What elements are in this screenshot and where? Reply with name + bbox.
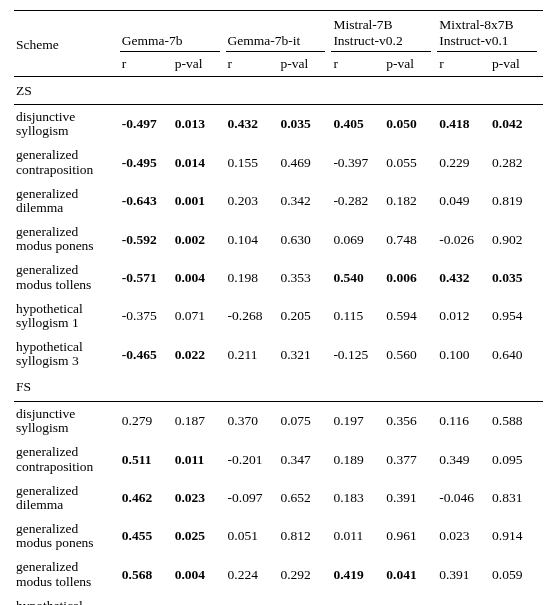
value-cell: 0.455: [120, 517, 173, 555]
value-cell: 0.282: [490, 143, 543, 181]
value-cell: -0.495: [120, 143, 173, 181]
row-label: generalized contraposition: [14, 143, 120, 181]
value-cell: 0.042: [490, 105, 543, 144]
value-cell: 0.013: [173, 105, 226, 144]
value-cell: 0.203: [226, 182, 279, 220]
col-scheme: Scheme: [14, 11, 120, 77]
value-cell: 0.418: [437, 105, 490, 144]
table-row: hypothetical syllogism 10.4200.041-0.314…: [14, 594, 543, 605]
value-cell: 0.035: [490, 258, 543, 296]
value-cell: 0.793: [384, 594, 437, 605]
subcol-r: r: [120, 52, 173, 76]
value-cell: 0.182: [384, 182, 437, 220]
value-cell: 0.135: [278, 594, 331, 605]
value-cell: 0.419: [331, 555, 384, 593]
value-cell: 0.104: [226, 220, 279, 258]
value-cell: 0.594: [384, 297, 437, 335]
value-cell: 0.914: [490, 517, 543, 555]
subcol-p: p-val: [490, 52, 543, 76]
value-cell: 0.652: [278, 479, 331, 517]
value-cell: 0.051: [226, 517, 279, 555]
results-table: Scheme Gemma-7b Gemma-7b-it Mistral-7B I…: [14, 10, 543, 605]
value-cell: 0.420: [120, 594, 173, 605]
subcol-p: p-val: [278, 52, 331, 76]
table-row: hypothetical syllogism 3-0.4650.0220.211…: [14, 335, 543, 373]
subcol-p: p-val: [173, 52, 226, 76]
section-label: ZS: [14, 76, 543, 105]
value-cell: 0.432: [226, 105, 279, 144]
section-label: FS: [14, 373, 543, 401]
value-cell: 0.954: [490, 297, 543, 335]
row-label: generalized modus ponens: [14, 517, 120, 555]
row-label: hypothetical syllogism 1: [14, 594, 120, 605]
row-label: generalized dilemma: [14, 182, 120, 220]
subcol-r: r: [226, 52, 279, 76]
value-cell: 0.511: [120, 440, 173, 478]
table-body: ZSdisjunctive syllogism-0.4970.0130.4320…: [14, 76, 543, 605]
value-cell: -0.046: [437, 479, 490, 517]
value-cell: 0.001: [173, 182, 226, 220]
col-model-1: Gemma-7b-it: [226, 11, 332, 53]
value-cell: 0.041: [384, 555, 437, 593]
table-row: generalized modus tollens0.5680.0040.224…: [14, 555, 543, 593]
value-cell: 0.197: [331, 401, 384, 440]
value-cell: 0.025: [173, 517, 226, 555]
value-cell: 0.902: [490, 594, 543, 605]
value-cell: 0.405: [331, 105, 384, 144]
row-label: hypothetical syllogism 1: [14, 297, 120, 335]
row-label: generalized modus ponens: [14, 220, 120, 258]
value-cell: 0.961: [384, 517, 437, 555]
value-cell: -0.268: [226, 297, 279, 335]
table-row: generalized modus ponens0.4550.0250.0510…: [14, 517, 543, 555]
value-cell: 0.469: [278, 143, 331, 181]
value-cell: 0.902: [490, 220, 543, 258]
table-row: generalized contraposition-0.4950.0140.1…: [14, 143, 543, 181]
value-cell: 0.187: [173, 401, 226, 440]
value-cell: 0.224: [226, 555, 279, 593]
value-cell: 0.353: [278, 258, 331, 296]
value-cell: 0.002: [173, 220, 226, 258]
value-cell: 0.049: [437, 182, 490, 220]
value-cell: 0.071: [173, 297, 226, 335]
value-cell: 0.022: [173, 335, 226, 373]
value-cell: 0.831: [490, 479, 543, 517]
value-cell: 0.205: [278, 297, 331, 335]
value-cell: -0.465: [120, 335, 173, 373]
value-cell: 0.292: [278, 555, 331, 593]
value-cell: 0.347: [278, 440, 331, 478]
col-model-0: Gemma-7b: [120, 11, 226, 53]
value-cell: 0.748: [384, 220, 437, 258]
value-cell: 0.279: [120, 401, 173, 440]
value-cell: 0.819: [490, 182, 543, 220]
value-cell: 0.004: [173, 258, 226, 296]
value-cell: -0.397: [331, 143, 384, 181]
value-cell: -0.097: [226, 479, 279, 517]
value-cell: 0.183: [331, 479, 384, 517]
value-cell: -0.026: [437, 594, 490, 605]
value-cell: -0.592: [120, 220, 173, 258]
table-header: Scheme Gemma-7b Gemma-7b-it Mistral-7B I…: [14, 11, 543, 77]
value-cell: 0.006: [384, 258, 437, 296]
table-row: generalized dilemma0.4620.023-0.0970.652…: [14, 479, 543, 517]
value-cell: 0.095: [490, 440, 543, 478]
value-cell: -0.643: [120, 182, 173, 220]
subcol-r: r: [331, 52, 384, 76]
value-cell: 0.059: [490, 555, 543, 593]
table-row: generalized modus tollens-0.5710.0040.19…: [14, 258, 543, 296]
value-cell: 0.630: [278, 220, 331, 258]
row-label: generalized modus tollens: [14, 555, 120, 593]
value-cell: 0.812: [278, 517, 331, 555]
value-cell: 0.075: [278, 401, 331, 440]
value-cell: 0.041: [173, 594, 226, 605]
value-cell: 0.069: [331, 220, 384, 258]
row-label: generalized contraposition: [14, 440, 120, 478]
value-cell: -0.571: [120, 258, 173, 296]
table-row: hypothetical syllogism 1-0.3750.071-0.26…: [14, 297, 543, 335]
value-cell: 0.055: [384, 143, 437, 181]
table-row: generalized dilemma-0.6430.0010.2030.342…: [14, 182, 543, 220]
value-cell: 0.377: [384, 440, 437, 478]
value-cell: 0.391: [384, 479, 437, 517]
value-cell: 0.115: [331, 297, 384, 335]
value-cell: -0.125: [331, 335, 384, 373]
row-label: hypothetical syllogism 3: [14, 335, 120, 373]
